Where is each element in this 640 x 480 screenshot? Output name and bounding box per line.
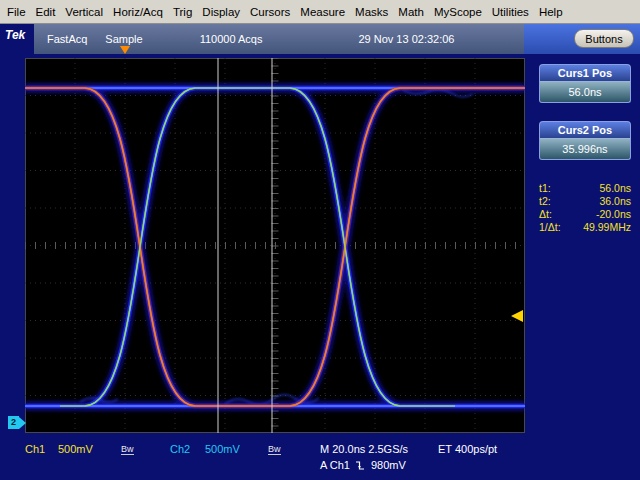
status-right-area: Buttons [524, 24, 640, 54]
trigger-readout: A Ch1 980mV [320, 459, 406, 471]
ch2-marker-arrow-icon [19, 417, 26, 429]
readout-t1: t1:56.0ns [539, 182, 631, 195]
menu-horiz-acq[interactable]: Horiz/Acq [108, 4, 168, 20]
menu-cursors[interactable]: Cursors [245, 4, 295, 20]
waveform-display [25, 58, 525, 433]
graticule [25, 58, 525, 433]
ch2-badge[interactable]: Ch2 [170, 443, 190, 455]
sample-mode-button[interactable]: Sample [100, 32, 147, 46]
readout-t2: t2:36.0ns [539, 195, 631, 208]
datetime: 29 Nov 13 02:32:06 [358, 33, 454, 45]
menu-myscope[interactable]: MyScope [429, 4, 487, 20]
trigger-slope-icon [355, 460, 366, 471]
control-panel: Curs1 Pos 56.0ns Curs2 Pos 35.996ns t1:5… [530, 58, 640, 433]
curs1-pos-value[interactable]: 56.0ns [539, 81, 631, 103]
menu-edit[interactable]: Edit [31, 4, 61, 20]
curs2-pos-value[interactable]: 35.996ns [539, 138, 631, 160]
ch1-badge[interactable]: Ch1 [25, 443, 45, 455]
menu-masks[interactable]: Masks [350, 4, 393, 20]
acquisition-count: 110000 Acqs [200, 33, 263, 45]
menu-utilities[interactable]: Utilities [487, 4, 534, 20]
eye-diagram [25, 58, 525, 433]
et-readout: ET 400ps/pt [438, 443, 497, 455]
timebase-readout: M 20.0ns 2.5GS/s [320, 443, 408, 455]
ch2-bw-limit-badge: Bw [268, 444, 281, 455]
ch2-marker-label: 2 [8, 416, 19, 429]
curs1-pos-control[interactable]: Curs1 Pos 56.0ns [539, 64, 631, 103]
curs1-pos-title: Curs1 Pos [539, 64, 631, 81]
menu-bar: File Edit Vertical Horiz/Acq Trig Displa… [0, 0, 640, 24]
menu-file[interactable]: File [2, 4, 31, 20]
tek-logo: Tek [5, 28, 25, 42]
menu-trig[interactable]: Trig [168, 4, 197, 20]
menu-display[interactable]: Display [197, 4, 245, 20]
menu-measure[interactable]: Measure [295, 4, 350, 20]
fastacq-button[interactable]: FastAcq [42, 32, 92, 46]
readout-bar: Ch1 500mV Bw Ch2 500mV Bw M 20.0ns 2.5GS… [0, 437, 640, 480]
status-strip: FastAcq Sample 110000 Acqs 29 Nov 13 02:… [34, 24, 524, 54]
curs2-pos-control[interactable]: Curs2 Pos 35.996ns [539, 121, 631, 160]
readout-inverse-delta-t: 1/Δt:49.99MHz [539, 221, 631, 234]
readout-delta-t: Δt:-20.0ns [539, 208, 631, 221]
curs2-pos-title: Curs2 Pos [539, 121, 631, 138]
menu-vertical[interactable]: Vertical [60, 4, 108, 20]
menu-help[interactable]: Help [534, 4, 568, 20]
trigger-level: 980mV [371, 459, 406, 471]
ch1-scale: 500mV [58, 443, 93, 455]
trigger-source: A Ch1 [320, 459, 350, 471]
ch2-scale: 500mV [205, 443, 240, 455]
ch1-bw-limit-badge: Bw [121, 444, 134, 455]
cursor-readout: t1:56.0ns t2:36.0ns Δt:-20.0ns 1/Δt:49.9… [530, 182, 640, 234]
ch2-position-marker[interactable]: 2 [8, 416, 26, 429]
menu-math[interactable]: Math [393, 4, 429, 20]
status-bar: Tek FastAcq Sample 110000 Acqs 29 Nov 13… [0, 24, 640, 54]
buttons-button[interactable]: Buttons [574, 29, 634, 48]
oscilloscope-screen: File Edit Vertical Horiz/Acq Trig Displa… [0, 0, 640, 480]
trigger-position-icon[interactable] [120, 46, 130, 54]
